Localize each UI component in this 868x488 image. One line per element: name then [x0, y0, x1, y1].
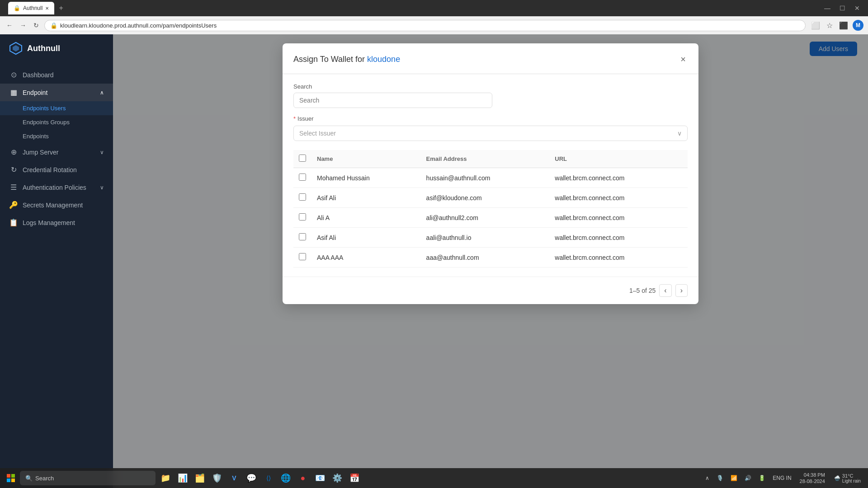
credential-rotation-icon: ↻ — [9, 165, 18, 174]
minimize-btn[interactable]: — — [821, 4, 834, 13]
taskbar-tray: ∧ 🎙️ 📶 🔊 🔋 ENG IN 04:38 PM 28-08-2024 🌧️… — [703, 470, 864, 487]
taskbar-app-shield[interactable]: 🛡️ — [209, 470, 225, 486]
sidebar-item-secrets-management[interactable]: 🔑 Secrets Management — [0, 196, 113, 214]
taskbar-weather[interactable]: 🌧️ 31°C Light rain — [830, 471, 864, 485]
row-checkbox-1[interactable] — [299, 193, 306, 201]
search-icon: 🔍 — [25, 475, 33, 482]
active-tab[interactable]: 🔒 Authnull ✕ — [8, 2, 54, 14]
taskbar: 🔍 Search 📁 📊 🗂️ 🛡️ V 💬 ⟨⟩ 🌐 ● 📧 ⚙️ 📅 ∧ 🎙… — [0, 468, 868, 488]
sidebar-logo: Authnull — [0, 34, 113, 62]
bookmark-icon[interactable]: ☆ — [825, 19, 835, 32]
col-url: URL — [549, 150, 688, 168]
row-checkbox-0[interactable] — [299, 174, 306, 181]
browser-toolbar: ← → ↻ 🔒 kloudlearn.kloudone.prod.authnul… — [0, 16, 868, 34]
taskbar-search[interactable]: 🔍 Search — [20, 471, 156, 485]
row-url: wallet.brcm.connect.com — [549, 208, 688, 228]
sidebar-item-logs-management[interactable]: 📋 Logs Management — [0, 214, 113, 231]
jump-server-icon: ⊕ — [9, 148, 18, 156]
table-row: Mohamed Hussain hussain@authnull.com wal… — [293, 168, 688, 188]
profile-icon[interactable]: M — [853, 20, 863, 31]
next-page-btn[interactable]: › — [675, 284, 688, 297]
jump-server-chevron-icon: ∨ — [100, 149, 104, 155]
weather-desc: Light rain — [842, 479, 861, 483]
taskbar-app-whatsapp[interactable]: 💬 — [243, 470, 259, 486]
row-url: wallet.brcm.connect.com — [549, 248, 688, 267]
sidebar-item-endpoints-users[interactable]: Endpoints Users — [0, 101, 113, 115]
tray-battery[interactable]: 🔋 — [756, 473, 768, 483]
issuer-section: *Issuer Select Issuer ∨ — [293, 115, 688, 141]
dashboard-icon: ⊙ — [9, 70, 18, 79]
back-btn[interactable]: ← — [5, 20, 14, 31]
modal-title: Assign To Wallet for kloudone — [293, 55, 400, 64]
windows-logo-icon — [7, 474, 15, 482]
sidebar-item-endpoint[interactable]: ▦ Endpoint ∧ — [0, 84, 113, 101]
taskbar-app-settings[interactable]: ⚙️ — [329, 470, 345, 486]
endpoints-label: Endpoints — [23, 133, 49, 140]
endpoint-label: Endpoint — [23, 89, 47, 96]
forward-btn[interactable]: → — [18, 20, 28, 31]
tab-label: Authnull — [23, 5, 42, 11]
auth-policies-icon: ☰ — [9, 183, 18, 192]
search-input[interactable] — [293, 93, 492, 108]
url-text: kloudlearn.kloudone.prod.authnull.com/pa… — [60, 22, 217, 29]
row-email: hussain@authnull.com — [421, 168, 550, 188]
issuer-label: *Issuer — [293, 115, 688, 122]
sidebar-item-authentication-policies[interactable]: ☰ Authentication Policies ∨ — [0, 178, 113, 196]
taskbar-clock[interactable]: 04:38 PM 28-08-2024 — [796, 470, 829, 487]
issuer-select[interactable]: Select Issuer ∨ — [293, 126, 688, 141]
address-bar[interactable]: 🔒 kloudlearn.kloudone.prod.authnull.com/… — [44, 20, 806, 31]
sidebar-item-credential-rotation[interactable]: ↻ Credential Rotation — [0, 161, 113, 178]
taskbar-app-chrome[interactable]: 🌐 — [278, 470, 294, 486]
start-button[interactable] — [4, 471, 18, 485]
extension-icon[interactable]: ⬛ — [837, 19, 850, 32]
tray-mic[interactable]: 🎙️ — [714, 473, 726, 483]
taskbar-search-label: Search — [35, 475, 54, 482]
sidebar-item-endpoints-groups[interactable]: Endpoints Groups — [0, 115, 113, 129]
modal-title-text: Assign To Wallet for — [293, 55, 367, 64]
modal-close-button[interactable]: × — [679, 52, 688, 66]
row-email: aali@authnull.io — [421, 228, 550, 248]
taskbar-app-outlook[interactable]: 📧 — [312, 470, 328, 486]
secrets-label: Secrets Management — [23, 202, 83, 209]
taskbar-app-calendar[interactable]: 📅 — [346, 470, 363, 486]
lock-icon: 🔒 — [50, 22, 57, 29]
table-row: Asif Ali asif@kloudone.com wallet.brcm.c… — [293, 188, 688, 208]
select-all-checkbox[interactable] — [299, 155, 306, 162]
prev-page-btn[interactable]: ‹ — [659, 284, 671, 297]
refresh-btn[interactable]: ↻ — [32, 20, 41, 31]
users-table: Name Email Address URL Mohamed Hussain h… — [293, 150, 688, 267]
sidebar-item-jump-server[interactable]: ⊕ Jump Server ∨ — [0, 143, 113, 161]
taskbar-app-code[interactable]: ⟨⟩ — [260, 470, 277, 486]
tab-close-btn[interactable]: ✕ — [45, 6, 49, 11]
row-checkbox-4[interactable] — [299, 253, 306, 260]
sidebar-item-dashboard[interactable]: ⊙ Dashboard — [0, 66, 113, 84]
sidebar-item-endpoints[interactable]: Endpoints — [0, 129, 113, 143]
taskbar-app-v[interactable]: V — [226, 470, 242, 486]
row-email: ali@authnull2.com — [421, 208, 550, 228]
taskbar-app-explorer[interactable]: 📁 — [157, 470, 174, 486]
maximize-btn[interactable]: ☐ — [836, 4, 849, 13]
tray-wifi[interactable]: 📶 — [728, 473, 740, 483]
tray-expand[interactable]: ∧ — [703, 473, 712, 483]
table-row: Asif Ali aali@authnull.io wallet.brcm.co… — [293, 228, 688, 248]
auth-policies-label: Authentication Policies — [23, 184, 86, 191]
row-name: Mohamed Hussain — [311, 168, 421, 188]
language-indicator[interactable]: ENG IN — [770, 473, 794, 483]
cast-icon[interactable]: ⬜ — [809, 19, 822, 32]
modal-dialog: Assign To Wallet for kloudone × Search *… — [283, 43, 698, 304]
taskbar-apps: 📁 📊 🗂️ 🛡️ V 💬 ⟨⟩ 🌐 ● 📧 ⚙️ 📅 — [157, 470, 701, 486]
tray-volume[interactable]: 🔊 — [742, 473, 754, 483]
new-tab-btn[interactable]: + — [56, 4, 66, 12]
row-checkbox-3[interactable] — [299, 233, 306, 240]
close-btn[interactable]: ✕ — [851, 4, 863, 13]
taskbar-app-red[interactable]: ● — [295, 470, 311, 486]
endpoints-groups-label: Endpoints Groups — [23, 119, 70, 126]
row-checkbox-2[interactable] — [299, 213, 306, 221]
logs-label: Logs Management — [23, 219, 75, 226]
row-email: asif@kloudone.com — [421, 188, 550, 208]
taskbar-app-bar-chart[interactable]: 📊 — [175, 470, 191, 486]
browser-titlebar: 🔒 Authnull ✕ + — ☐ ✕ — [0, 0, 868, 16]
taskbar-app-folder[interactable]: 🗂️ — [192, 470, 208, 486]
row-email: aaa@authnull.com — [421, 248, 550, 267]
modal-title-accent: kloudone — [367, 55, 400, 64]
